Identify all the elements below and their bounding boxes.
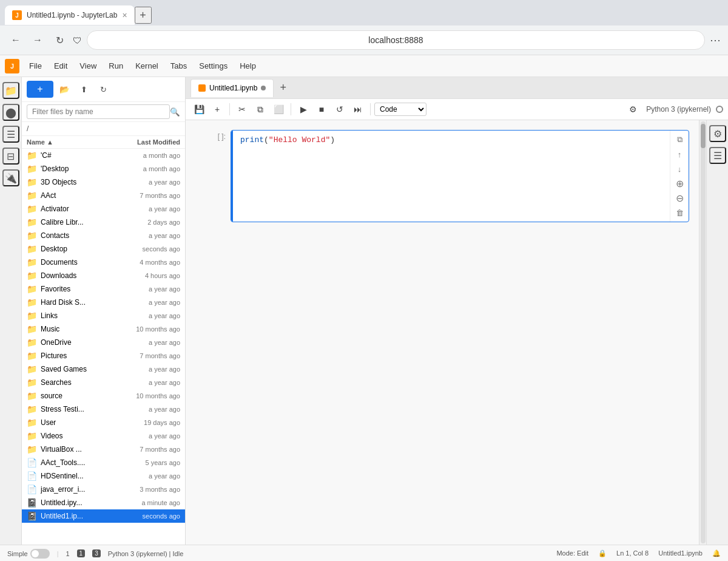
- paste-cell-button[interactable]: ⬜: [270, 101, 287, 117]
- file-icon: 📁: [27, 364, 37, 374]
- file-list-item[interactable]: 📁 OneDrive a year ago: [22, 336, 185, 349]
- cell-input[interactable]: print("Hello World"): [233, 131, 670, 222]
- open-from-path-button[interactable]: 📂: [56, 81, 73, 98]
- simple-label: Simple: [7, 550, 28, 557]
- file-list-item[interactable]: 📁 Pictures 7 months ago: [22, 349, 185, 362]
- restart-run-all-button[interactable]: ⏭: [349, 101, 366, 117]
- address-bar[interactable]: [87, 30, 705, 50]
- status-notifications[interactable]: 🔔: [712, 549, 721, 557]
- cell-add-below-button[interactable]: ⊖: [673, 191, 686, 205]
- cell-body: print("Hello World") ⧉ ↑ ↓ ⊕ ⊖ 🗑: [231, 130, 689, 222]
- file-name: Pictures: [41, 352, 140, 360]
- file-list-item[interactable]: 📁 VirtualBox ... 7 months ago: [22, 443, 185, 456]
- file-list-item[interactable]: 📁 Stress Testi... a year ago: [22, 403, 185, 416]
- app-layout: J File Edit View Run Kernel Tabs Setting…: [0, 55, 728, 561]
- cell-move-down-button[interactable]: ↓: [673, 162, 686, 175]
- menu-file[interactable]: File: [24, 59, 47, 73]
- file-list-item[interactable]: 📓 Untitled1.ip... seconds ago: [22, 509, 185, 523]
- file-list-item[interactable]: 📁 Desktop seconds ago: [22, 242, 185, 256]
- sidebar-files-button[interactable]: 📁: [2, 82, 19, 99]
- file-list-item[interactable]: 📁 Links a year ago: [22, 309, 185, 322]
- modified-column-header[interactable]: Last Modified: [113, 138, 180, 146]
- file-list-item[interactable]: 📁 Saved Games a year ago: [22, 362, 185, 376]
- tab-bar: J Untitled1.ipynb - JupyterLab × +: [0, 0, 728, 25]
- sidebar-extensions-button[interactable]: 🔌: [2, 169, 19, 186]
- notebook-scrollbar[interactable]: [699, 120, 706, 545]
- cell-add-above-button[interactable]: ⊕: [673, 177, 686, 190]
- status-python-info: Python 3 (ipykernel) | Idle: [108, 550, 184, 557]
- file-list-item[interactable]: 📁 Calibre Libr... 2 days ago: [22, 216, 185, 229]
- browser-tab[interactable]: J Untitled1.ipynb - JupyterLab ×: [5, 5, 135, 25]
- upload-button[interactable]: ⬆: [75, 81, 92, 98]
- cell-type-select[interactable]: Code Markdown Raw: [374, 103, 426, 116]
- save-button[interactable]: 💾: [190, 101, 207, 117]
- cell-type-selector[interactable]: Code Markdown Raw: [374, 103, 426, 116]
- file-list-item[interactable]: 📁 User 19 days ago: [22, 416, 185, 429]
- menu-settings[interactable]: Settings: [194, 59, 232, 73]
- stop-kernel-button[interactable]: ■: [313, 101, 330, 117]
- file-list-item[interactable]: 📁 'C# a month ago: [22, 149, 185, 162]
- cell-copy-button[interactable]: ⧉: [673, 133, 686, 146]
- file-list-item[interactable]: 📁 Activator a year ago: [22, 202, 185, 216]
- file-list-item[interactable]: 📓 Untitled.ipy... a minute ago: [22, 496, 185, 509]
- toggle-track[interactable]: [30, 549, 50, 559]
- file-list-item[interactable]: 📄 HDSentinel... a year ago: [22, 469, 185, 483]
- new-tab-button[interactable]: +: [135, 7, 152, 24]
- cell-move-up-button[interactable]: ↑: [673, 148, 686, 161]
- cell-delete-button[interactable]: 🗑: [673, 206, 686, 219]
- file-list-item[interactable]: 📁 Favorites a year ago: [22, 282, 185, 296]
- sidebar-running-button[interactable]: ⬤: [2, 104, 19, 121]
- kernel-settings-button[interactable]: ⚙: [624, 101, 641, 117]
- file-icon: 📁: [27, 231, 37, 240]
- file-modified: a year ago: [149, 365, 180, 373]
- add-cell-button[interactable]: +: [209, 101, 226, 117]
- file-list-item[interactable]: 📄 AAct_Tools.... 5 years ago: [22, 456, 185, 469]
- file-list-item[interactable]: 📄 java_error_i... 3 months ago: [22, 483, 185, 496]
- new-file-button[interactable]: +: [27, 81, 53, 98]
- kernel-info: ⚙ Python 3 (ipykernel): [624, 101, 723, 117]
- file-list-item[interactable]: 📁 3D Objects a year ago: [22, 175, 185, 189]
- menu-kernel[interactable]: Kernel: [130, 59, 163, 73]
- file-list-item[interactable]: 📁 Music 10 months ago: [22, 322, 185, 336]
- reload-button[interactable]: ↻: [51, 32, 68, 49]
- file-list-item[interactable]: 📁 Contacts a year ago: [22, 229, 185, 242]
- menu-view[interactable]: View: [75, 59, 101, 73]
- new-notebook-button[interactable]: +: [276, 81, 290, 94]
- status-bar: Simple | 1 1 3 Python 3 (ipykernel) | Id…: [0, 545, 728, 561]
- browser-menu-button[interactable]: ⋯: [710, 33, 721, 47]
- right-sidebar-toc[interactable]: ☰: [709, 147, 726, 164]
- name-column-header[interactable]: Name ▲: [27, 138, 113, 146]
- back-button[interactable]: ←: [7, 32, 24, 49]
- file-list-item[interactable]: 📁 Searches a year ago: [22, 376, 185, 389]
- file-list-item[interactable]: 📁 Downloads 4 hours ago: [22, 269, 185, 282]
- scroll-thumb[interactable]: [701, 124, 706, 148]
- file-modified: seconds ago: [143, 512, 180, 520]
- file-list-item[interactable]: 📁 'Desktop a month ago: [22, 162, 185, 175]
- menu-edit[interactable]: Edit: [49, 59, 72, 73]
- file-list-item[interactable]: 📁 Hard Disk S... a year ago: [22, 296, 185, 309]
- run-cell-button[interactable]: ▶: [295, 101, 312, 117]
- refresh-button[interactable]: ↻: [95, 81, 112, 98]
- restart-kernel-button[interactable]: ↺: [331, 101, 348, 117]
- file-search-input[interactable]: [27, 104, 170, 119]
- file-name: source: [41, 392, 136, 400]
- file-modified: 2 days ago: [147, 219, 180, 226]
- file-list-item[interactable]: 📁 source 10 months ago: [22, 389, 185, 403]
- cut-cell-button[interactable]: ✂: [234, 101, 251, 117]
- menu-tabs[interactable]: Tabs: [166, 59, 192, 73]
- right-sidebar-property-inspector[interactable]: ⚙: [709, 125, 726, 142]
- notebook-tab[interactable]: Untitled1.ipynb: [190, 79, 274, 97]
- sidebar-commands-button[interactable]: ☰: [2, 126, 19, 143]
- file-search-button[interactable]: 🔍: [170, 107, 180, 117]
- forward-button[interactable]: →: [29, 32, 46, 49]
- copy-cell-button[interactable]: ⧉: [252, 101, 269, 117]
- sidebar-tabs-button[interactable]: ⊟: [2, 148, 19, 165]
- tab-close-button[interactable]: ×: [122, 10, 127, 20]
- file-list-item[interactable]: 📁 AAct 7 months ago: [22, 189, 185, 202]
- menu-run[interactable]: Run: [104, 59, 128, 73]
- file-list-item[interactable]: 📁 Documents 4 months ago: [22, 256, 185, 269]
- simple-mode-toggle[interactable]: Simple: [7, 549, 50, 559]
- file-name: Searches: [41, 378, 149, 387]
- file-list-item[interactable]: 📁 Videos a year ago: [22, 429, 185, 443]
- menu-help[interactable]: Help: [235, 59, 261, 73]
